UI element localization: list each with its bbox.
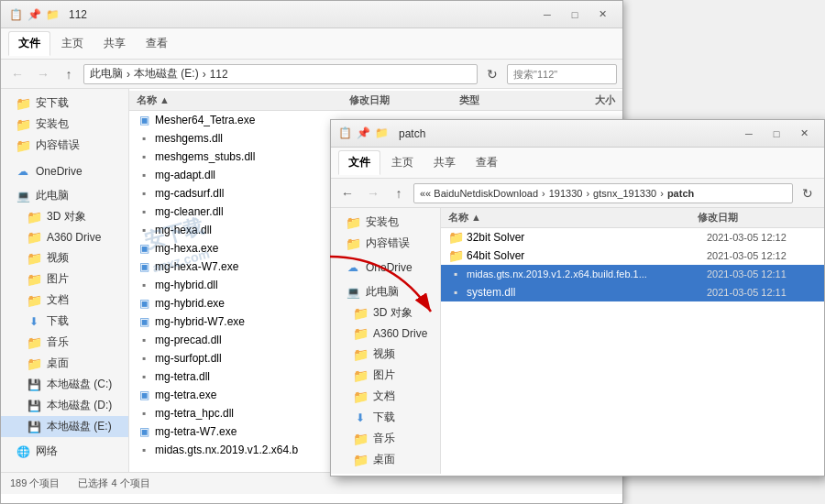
status-selected: 已选择 4 个项目 — [78, 477, 149, 490]
maximize-btn-112[interactable]: □ — [562, 5, 588, 24]
sidebar-item-errors[interactable]: 📁 内容错误 — [1, 135, 128, 156]
quick-access-icon: 📋 — [8, 7, 23, 22]
address-path-patch[interactable]: «« BaiduNetdiskDownload › 191330 › gtsnx… — [413, 183, 793, 203]
dll-icon: ▪ — [137, 131, 151, 146]
window-controls-patch: ─ □ ✕ — [736, 125, 817, 143]
sidebar-item-install[interactable]: 📁 安装包 — [1, 114, 128, 135]
exe-icon: ▣ — [137, 259, 151, 274]
file-row-midas-dll[interactable]: ▪ midas.gts.nx.2019.v1.2.x64.build.feb.1… — [441, 265, 824, 283]
sidebar-item-docs[interactable]: 📁 文档 — [1, 290, 128, 311]
forward-btn-112[interactable]: → — [32, 63, 54, 85]
sidebar-item-video[interactable]: 📁 视频 — [1, 247, 128, 268]
sidebar-item-network[interactable]: 🌐 网络 — [1, 441, 128, 462]
folder-icon: 📁 — [16, 117, 30, 132]
sidebar-item-a360-p[interactable]: 📁 A360 Drive — [331, 323, 440, 344]
col-name-p[interactable]: 名称 ▲ — [448, 211, 698, 225]
sidebar-item-video-p[interactable]: 📁 视频 — [331, 344, 440, 365]
title-bar-112: 📋 📌 📁 112 ─ □ ✕ — [1, 1, 622, 28]
sidebar-item-onedrive[interactable]: ☁ OneDrive — [1, 161, 128, 181]
tab-view-patch[interactable]: 查看 — [467, 151, 507, 174]
close-btn-patch[interactable]: ✕ — [791, 125, 817, 143]
sidebar-item-music-p[interactable]: 📁 音乐 — [331, 428, 440, 449]
sidebar-item-thispc[interactable]: 💻 此电脑 — [1, 185, 128, 206]
sidebar-item-install-p[interactable]: 📁 安装包 — [331, 212, 440, 233]
back-btn-patch[interactable]: ← — [336, 182, 358, 204]
file-row-system-dll[interactable]: ▪ system.dll 2021-03-05 12:11 — [441, 283, 824, 301]
breadcrumb-gtsnx: gtsnx_191330 — [593, 188, 656, 199]
forward-btn-patch[interactable]: → — [362, 182, 384, 204]
file-row-32bit[interactable]: 📁 32bit Solver 2021-03-05 12:12 — [441, 228, 824, 247]
folder-icon: 📁 — [353, 368, 368, 383]
sidebar-item-errors-p[interactable]: 📁 内容错误 — [331, 233, 440, 254]
sidebar-item-download[interactable]: 📁 安下载 — [1, 93, 128, 114]
breadcrumb-folder: 112 — [210, 68, 228, 81]
sidebar-item-onedrive-p[interactable]: ☁ OneDrive — [331, 257, 440, 278]
sidebar-item-downloads-p[interactable]: ⬇ 下载 — [331, 407, 440, 428]
minimize-btn-112[interactable]: ─ — [534, 5, 560, 24]
sidebar-item-drive-c-p[interactable]: 💾 本地磁盘 (C:) — [331, 470, 440, 474]
tab-share-patch[interactable]: 共享 — [424, 151, 465, 174]
dll-icon: ▪ — [137, 223, 151, 237]
folder-icon: 📁 — [353, 326, 368, 341]
dll-icon: ▪ — [137, 406, 151, 421]
sidebar-item-music[interactable]: 📁 音乐 — [1, 332, 128, 353]
sidebar-item-pictures-p[interactable]: 📁 图片 — [331, 365, 440, 386]
file-list-header-patch: 名称 ▲ 修改日期 — [441, 208, 824, 228]
dll-icon: ▪ — [448, 267, 463, 281]
refresh-btn-patch[interactable]: ↻ — [797, 182, 819, 204]
refresh-btn-112[interactable]: ↻ — [481, 63, 503, 85]
exe-icon: ▣ — [137, 113, 151, 127]
sidebar-item-a360[interactable]: 📁 A360 Drive — [1, 227, 128, 247]
dll-icon: ▪ — [448, 285, 463, 300]
folder-row-icon: 📁 — [448, 230, 463, 245]
breadcrumb-drive: 本地磁盘 (E:) — [134, 66, 199, 82]
col-size[interactable]: 大小 — [551, 93, 615, 107]
dll-icon: ▪ — [137, 278, 151, 292]
search-input-112[interactable] — [507, 64, 617, 84]
sidebar-item-docs-p[interactable]: 📁 文档 — [331, 386, 440, 407]
col-date[interactable]: 修改日期 — [349, 93, 459, 107]
col-name[interactable]: 名称 ▲ — [137, 93, 349, 107]
file-list-patch: 名称 ▲ 修改日期 📁 32bit Solver 2021-03-05 12:1… — [441, 208, 824, 474]
breadcrumb-baidu: «« BaiduNetdiskDownload — [420, 188, 538, 199]
cloud-icon: ☁ — [16, 164, 30, 179]
sidebar-item-thispc-p[interactable]: 💻 此电脑 — [331, 281, 440, 302]
maximize-btn-patch[interactable]: □ — [764, 125, 789, 143]
tab-file-112[interactable]: 文件 — [8, 31, 50, 56]
folder-icon: 📁 — [353, 389, 368, 404]
up-btn-112[interactable]: ↑ — [58, 63, 80, 85]
file-row-64bit[interactable]: 📁 64bit Solver 2021-03-05 12:12 — [441, 247, 824, 265]
sidebar-112: 📁 安下载 📁 安装包 📁 内容错误 ☁ OneDrive 💻 此电脑 — [1, 89, 129, 472]
tab-file-patch[interactable]: 文件 — [338, 150, 380, 175]
tab-share-112[interactable]: 共享 — [94, 32, 135, 55]
sidebar-item-desktop-p[interactable]: 📁 桌面 — [331, 449, 440, 470]
file-list-header-112: 名称 ▲ 修改日期 类型 大小 — [129, 91, 622, 111]
address-bar-patch: ← → ↑ «« BaiduNetdiskDownload › 191330 ›… — [331, 179, 824, 208]
breadcrumb-191330: 191330 — [549, 188, 583, 199]
sidebar-item-3d[interactable]: 📁 3D 对象 — [1, 206, 128, 227]
address-path-112[interactable]: 此电脑 › 本地磁盘 (E:) › 112 — [83, 64, 478, 84]
tab-home-patch[interactable]: 主页 — [382, 151, 423, 174]
sidebar-item-drive-c[interactable]: 💾 本地磁盘 (C:) — [1, 374, 128, 395]
sidebar-item-desktop[interactable]: 📁 桌面 — [1, 353, 128, 374]
col-type[interactable]: 类型 — [459, 93, 551, 107]
folder-icon: 📁 — [27, 272, 41, 287]
up-btn-patch[interactable]: ↑ — [388, 182, 410, 204]
close-btn-112[interactable]: ✕ — [589, 5, 615, 24]
sidebar-item-drive-d[interactable]: 💾 本地磁盘 (D:) — [1, 395, 128, 416]
tab-view-112[interactable]: 查看 — [137, 32, 177, 55]
sidebar-item-drive-e[interactable]: 💾 本地磁盘 (E:) — [1, 416, 128, 437]
folder-icon: 📁 — [346, 236, 360, 251]
folder-icon: 📁 — [16, 138, 30, 153]
sidebar-item-pictures[interactable]: 📁 图片 — [1, 268, 128, 290]
tab-home-112[interactable]: 主页 — [52, 32, 93, 55]
dll-icon: ▪ — [137, 333, 151, 347]
sidebar-item-3d-p[interactable]: 📁 3D 对象 — [331, 302, 440, 323]
back-btn-112[interactable]: ← — [6, 63, 28, 85]
col-date-p[interactable]: 修改日期 — [698, 211, 817, 225]
download-icon: ⬇ — [27, 314, 41, 329]
minimize-btn-patch[interactable]: ─ — [736, 125, 762, 143]
folder-icon: 📁 — [27, 293, 41, 308]
sidebar-item-downloads[interactable]: ⬇ 下载 — [1, 311, 128, 332]
folder-icon: 📁 — [27, 335, 41, 350]
